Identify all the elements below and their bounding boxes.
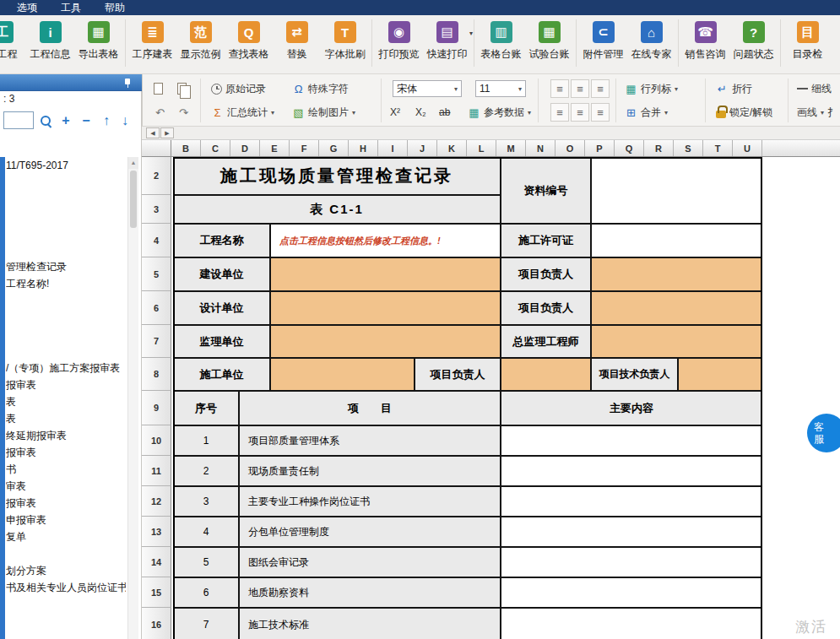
row-header[interactable]: 12 bbox=[142, 486, 171, 517]
ribbon-button-table-ledger[interactable]: ▥ 表格台账 bbox=[477, 19, 525, 62]
item-name-cell[interactable]: 地质勘察资料 bbox=[239, 577, 501, 608]
ribbon-button-build-table[interactable]: ≣ 工序建表 bbox=[128, 19, 176, 62]
column-header[interactable]: T bbox=[703, 140, 733, 156]
align-bottom-button[interactable]: ≡ bbox=[591, 103, 610, 122]
next-result-icon[interactable]: ↓ bbox=[117, 112, 133, 129]
design-unit-input-cell[interactable] bbox=[270, 291, 501, 325]
row-header[interactable]: 8 bbox=[142, 358, 171, 391]
construction-unit-input-cell[interactable] bbox=[270, 358, 415, 391]
doc-number-label-cell[interactable]: 资料编号 bbox=[501, 157, 591, 224]
column-header[interactable]: Q bbox=[615, 140, 644, 156]
project-name-value-cell[interactable]: 点击工程信息按钮然后修改工程信息。! bbox=[270, 224, 501, 257]
ribbon-button-online-expert[interactable]: ⌂ 在线专家 bbox=[627, 19, 675, 62]
item-name-cell[interactable]: 图纸会审记录 bbox=[239, 547, 501, 577]
tree-item[interactable] bbox=[6, 208, 126, 225]
row-header[interactable]: 4 bbox=[142, 224, 171, 257]
undo-button[interactable]: ↶ bbox=[151, 103, 169, 122]
item-name-cell[interactable]: 施工技术标准 bbox=[239, 608, 501, 639]
item-no-cell[interactable]: 5 bbox=[173, 547, 239, 577]
font-family-select[interactable]: 宋体 ▾ bbox=[393, 80, 462, 97]
tech-leader-input-cell[interactable] bbox=[678, 358, 762, 391]
tree-item[interactable]: 报审表 bbox=[6, 376, 126, 393]
menu-item-help[interactable]: 帮助 bbox=[93, 0, 137, 16]
align-left-button[interactable]: ≡ bbox=[550, 79, 569, 98]
item-content-cell[interactable] bbox=[501, 547, 762, 577]
permit-label-cell[interactable]: 施工许可证 bbox=[501, 224, 591, 257]
item-name-cell[interactable]: 主要专业工种操作岗位证书 bbox=[239, 486, 501, 517]
customer-service-badge[interactable]: 客服 bbox=[807, 414, 840, 452]
tree-item[interactable]: 申报审表 bbox=[6, 512, 126, 528]
supervision-unit-label-cell[interactable]: 监理单位 bbox=[173, 325, 270, 358]
tree-item[interactable]: 划分方案 bbox=[6, 562, 126, 579]
item-content-cell[interactable] bbox=[501, 608, 762, 639]
construction-unit-label-cell[interactable]: 施工单位 bbox=[173, 358, 270, 391]
doc-number-value-cell[interactable] bbox=[591, 157, 762, 224]
ribbon-button-unit-project[interactable]: 工 位工程 bbox=[0, 19, 26, 62]
zoom-in-icon[interactable]: + bbox=[57, 112, 74, 129]
tree-item[interactable] bbox=[6, 225, 126, 241]
tree-item[interactable]: /（专项）施工方案报审表 bbox=[6, 360, 126, 376]
scroll-up-icon[interactable]: ▲ bbox=[128, 157, 138, 169]
special-char-button[interactable]: Ω 特殊字符 bbox=[290, 79, 351, 98]
tree-item[interactable] bbox=[6, 545, 126, 562]
paste-button[interactable] bbox=[151, 79, 165, 98]
row-header[interactable]: 6 bbox=[142, 291, 171, 325]
column-header[interactable]: I bbox=[378, 140, 408, 156]
pin-icon[interactable] bbox=[123, 79, 132, 88]
chief-supervisor-label-cell[interactable]: 总监理工程师 bbox=[501, 325, 591, 358]
design-unit-label-cell[interactable]: 设计单位 bbox=[173, 291, 270, 325]
project-leader-input-cell[interactable] bbox=[501, 358, 591, 391]
tree-item[interactable]: 终延期报审表 bbox=[6, 427, 126, 444]
column-header[interactable]: O bbox=[555, 140, 585, 156]
sheet-corner-cell[interactable] bbox=[142, 140, 171, 157]
row-header[interactable]: 5 bbox=[142, 257, 171, 291]
item-content-cell[interactable] bbox=[501, 517, 762, 547]
column-header[interactable]: K bbox=[437, 140, 467, 156]
item-content-cell[interactable] bbox=[501, 486, 762, 517]
align-right-button[interactable]: ≡ bbox=[591, 79, 610, 98]
column-header[interactable]: F bbox=[290, 140, 319, 156]
tree-item[interactable]: 复单 bbox=[6, 528, 126, 545]
lock-unlock-button[interactable]: 锁定/解锁 bbox=[713, 103, 775, 122]
ribbon-button-show-example[interactable]: 范 显示范例 bbox=[176, 19, 225, 62]
column-header[interactable]: P bbox=[585, 140, 615, 156]
chief-supervisor-input-cell[interactable] bbox=[591, 325, 762, 358]
project-name-label-cell[interactable]: 工程名称 bbox=[173, 224, 270, 257]
search-input[interactable] bbox=[3, 111, 34, 129]
ribbon-button-project-info[interactable]: i 工程信息 bbox=[26, 19, 74, 62]
search-icon[interactable] bbox=[41, 116, 52, 127]
wrap-text-button[interactable]: ↵ 折行 bbox=[713, 79, 755, 98]
item-no-cell[interactable]: 3 bbox=[173, 486, 239, 517]
ribbon-button-export-table[interactable]: ▦ 导出表格 bbox=[74, 19, 122, 62]
column-header[interactable]: L bbox=[467, 140, 496, 156]
column-header[interactable]: J bbox=[408, 140, 437, 156]
ribbon-button-test-ledger[interactable]: ▦ 试验台账 bbox=[525, 19, 573, 62]
tree-item[interactable]: 表 bbox=[6, 393, 126, 410]
design-leader-input-cell[interactable] bbox=[591, 291, 762, 325]
tree-item[interactable]: 报审表 bbox=[6, 444, 126, 461]
tree-item[interactable]: 报审表 bbox=[6, 495, 126, 512]
item-no-cell[interactable]: 7 bbox=[173, 608, 239, 639]
font-size-select[interactable]: 11 ▾ bbox=[475, 80, 526, 97]
tree-item[interactable]: 书 bbox=[6, 461, 126, 478]
chevron-down-icon[interactable]: ▾ bbox=[469, 30, 473, 37]
superscript-button[interactable]: X² bbox=[387, 103, 403, 122]
redo-button[interactable]: ↷ bbox=[175, 103, 192, 122]
summary-stats-button[interactable]: Σ 汇总统计 ▾ bbox=[209, 103, 277, 122]
item-content-cell[interactable] bbox=[501, 456, 762, 486]
rowcol-header-button[interactable]: ▦ 行列标 ▾ bbox=[622, 79, 680, 98]
subscript-button[interactable]: X₂ bbox=[413, 103, 429, 122]
tree-item[interactable]: 管理检查记录 bbox=[6, 258, 126, 275]
item-no-cell[interactable]: 1 bbox=[173, 425, 239, 456]
draw-line-button[interactable]: 画线 ▾ 扌 bbox=[794, 103, 840, 122]
ribbon-button-sales-consult[interactable]: ☎ 销售咨询 bbox=[681, 19, 729, 62]
ribbon-button-issue-status[interactable]: ? 问题状态 bbox=[729, 19, 778, 62]
column-header[interactable]: H bbox=[349, 140, 378, 156]
build-unit-input-cell[interactable] bbox=[270, 257, 501, 291]
header-no-cell[interactable]: 序号 bbox=[173, 391, 239, 425]
row-header[interactable]: 9 bbox=[142, 391, 171, 425]
tree-item[interactable]: 11/T695-2017 bbox=[6, 157, 126, 174]
ribbon-button-replace[interactable]: ⇄ 替换 bbox=[273, 19, 321, 62]
header-content-cell[interactable]: 主要内容 bbox=[501, 391, 762, 425]
thin-line-button[interactable]: 细线 bbox=[794, 79, 834, 98]
